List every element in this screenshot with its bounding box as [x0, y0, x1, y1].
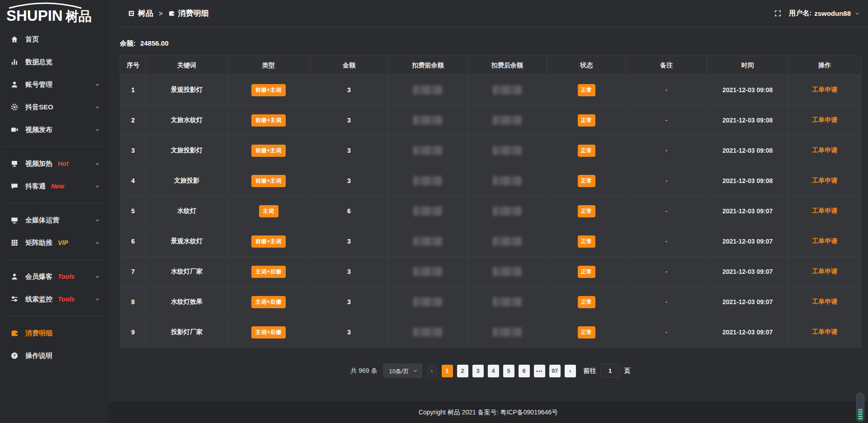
sidebar-item-全媒体运营[interactable]: 全媒体运营 — [0, 209, 108, 231]
status-badge: 正常 — [578, 326, 595, 338]
breadcrumb-label: 消费明细 — [178, 8, 209, 19]
grid-icon — [10, 238, 19, 247]
chat-icon — [10, 182, 19, 191]
cell-time: 2021-12-03 09:07 — [707, 226, 788, 257]
cell-remark: - — [626, 287, 707, 317]
type-badge: 前缀+主词 — [251, 235, 286, 248]
cell-pre-balance — [388, 166, 467, 196]
breadcrumb-item-树品[interactable]: 树品 — [128, 8, 153, 19]
sidebar-item-label: 数据总览 — [25, 58, 52, 66]
cell-status: 正常 — [547, 136, 626, 166]
cell-type: 主词+后缀 — [227, 287, 310, 317]
copyright-text: Copyright 树品 2021 备案号: 粤ICP备09019646号 — [419, 409, 558, 417]
cell-amount: 3 — [310, 136, 388, 166]
table-row: 2文旅水纹灯前缀+主词3正常-2021-12-03 09:08工单申请 — [120, 105, 861, 136]
table-row: 5水纹灯主词6正常-2021-12-03 09:07工单申请 — [120, 196, 861, 226]
svg-text:?: ? — [13, 353, 16, 358]
balance-label: 余额: — [120, 39, 136, 47]
work-order-link[interactable]: 工单申请 — [812, 298, 837, 305]
breadcrumb-item-消费明细[interactable]: 消费明细 — [168, 8, 209, 19]
status-badge: 正常 — [578, 175, 595, 187]
sidebar-item-抖音SEO[interactable]: 抖音SEO — [0, 96, 108, 118]
page-button-3[interactable]: 3 — [472, 365, 484, 377]
censored-balance — [493, 85, 522, 94]
work-order-link[interactable]: 工单申请 — [812, 268, 837, 275]
user-dropdown[interactable]: 用户名: zswodun88 — [789, 9, 860, 18]
cell-post-balance — [467, 287, 547, 317]
status-badge: 正常 — [578, 114, 595, 127]
cell-type: 主词+后缀 — [227, 257, 310, 287]
type-badge: 主词+后缀 — [251, 326, 286, 338]
sidebar-item-线索监控[interactable]: 线索监控Tools — [0, 288, 108, 310]
sidebar-item-label: 抖音SEO — [25, 103, 53, 112]
censored-balance — [493, 207, 522, 216]
work-order-link[interactable]: 工单申请 — [812, 237, 837, 244]
pagination-total: 共 969 条 — [350, 367, 377, 375]
type-badge: 主词+后缀 — [251, 266, 286, 278]
page-button-6[interactable]: 6 — [519, 365, 530, 377]
work-order-link[interactable]: 工单申请 — [812, 207, 837, 214]
cell-status: 正常 — [547, 317, 626, 348]
sidebar-item-操作说明[interactable]: ?操作说明 — [0, 344, 108, 367]
goto-page-input[interactable]: 1 — [600, 364, 620, 378]
sidebar: SHUPIN树品 首页数据总览账号管理抖音SEO视频发布视频加热Hot抖客通Ne… — [0, 0, 108, 423]
pagination-ellipsis[interactable]: ••• — [534, 365, 545, 377]
work-order-link[interactable]: 工单申请 — [812, 177, 837, 184]
sidebar-badge-Hot: Hot — [58, 160, 68, 167]
sidebar-item-抖客通[interactable]: 抖客通New — [0, 175, 108, 197]
cell-status: 正常 — [547, 226, 626, 257]
logo-arc — [7, 2, 83, 9]
work-order-link[interactable]: 工单申请 — [812, 116, 837, 123]
sidebar-item-首页[interactable]: 首页 — [0, 28, 108, 51]
page-button-4[interactable]: 4 — [488, 365, 499, 377]
fullscreen-icon[interactable] — [774, 9, 782, 17]
sidebar-item-数据总览[interactable]: 数据总览 — [0, 51, 108, 73]
cell-action: 工单申请 — [788, 317, 861, 348]
floating-extension-widget[interactable] — [856, 393, 864, 422]
cell-action: 工单申请 — [788, 196, 861, 226]
cell-post-balance — [467, 226, 547, 257]
member-icon — [10, 272, 19, 281]
sidebar-item-视频发布[interactable]: 视频发布 — [0, 118, 108, 141]
sidebar-item-账号管理[interactable]: 账号管理 — [0, 73, 108, 96]
column-header-类型: 类型 — [227, 56, 310, 75]
cell-pre-balance — [388, 226, 467, 257]
page-size-select[interactable]: 10条/页 — [383, 364, 422, 378]
sidebar-item-视频加热[interactable]: 视频加热Hot — [0, 152, 108, 175]
table-row: 6景观水纹灯前缀+主词3正常-2021-12-03 09:07工单申请 — [120, 226, 861, 257]
sidebar-badge-VIP: VIP — [58, 239, 68, 246]
type-badge: 前缀+主词 — [251, 145, 286, 157]
cell-time: 2021-12-03 09:07 — [707, 196, 788, 226]
cell-pre-balance — [388, 196, 467, 226]
work-order-link[interactable]: 工单申请 — [812, 146, 837, 154]
sidebar-item-矩阵助推[interactable]: 矩阵助推VIP — [0, 231, 108, 254]
cell-remark: - — [626, 257, 707, 287]
balance-value: 24856.00 — [140, 39, 169, 47]
balance: 余额: 24856.00 — [120, 39, 861, 48]
page-button-5[interactable]: 5 — [503, 365, 514, 377]
cell-action: 工单申请 — [788, 226, 861, 257]
wallet-icon — [168, 10, 175, 17]
cell-type: 前缀+主词 — [227, 105, 310, 136]
type-badge: 前缀+主词 — [251, 114, 286, 127]
sidebar-item-label: 线索监控 — [25, 295, 52, 304]
work-order-link[interactable]: 工单申请 — [812, 328, 837, 335]
sidebar-menu: 首页数据总览账号管理抖音SEO视频发布视频加热Hot抖客通New全媒体运营矩阵助… — [0, 28, 108, 367]
sidebar-item-会员爆客[interactable]: 会员爆客Tools — [0, 265, 108, 288]
table-row: 1景观投影灯前缀+主词3正常-2021-12-03 09:08工单申请 — [120, 75, 861, 105]
page-button-97[interactable]: 97 — [549, 365, 561, 377]
chevron-down-icon — [94, 183, 100, 189]
status-badge: 正常 — [578, 266, 595, 278]
type-badge: 前缀+主词 — [251, 84, 286, 96]
sidebar-item-消费明细[interactable]: 消费明细 — [0, 322, 108, 344]
page-button-1[interactable]: 1 — [442, 365, 453, 377]
sidebar-item-label: 操作说明 — [25, 352, 52, 360]
topbar: 树品>消费明细 用户名: zswodun88 — [120, 0, 868, 27]
prev-page-button[interactable]: ‹ — [426, 365, 438, 377]
cell-amount: 3 — [310, 105, 388, 136]
censored-balance — [493, 116, 522, 125]
cell-post-balance — [467, 136, 547, 166]
next-page-button[interactable]: › — [565, 365, 576, 377]
page-button-2[interactable]: 2 — [457, 365, 468, 377]
work-order-link[interactable]: 工单申请 — [812, 86, 837, 93]
